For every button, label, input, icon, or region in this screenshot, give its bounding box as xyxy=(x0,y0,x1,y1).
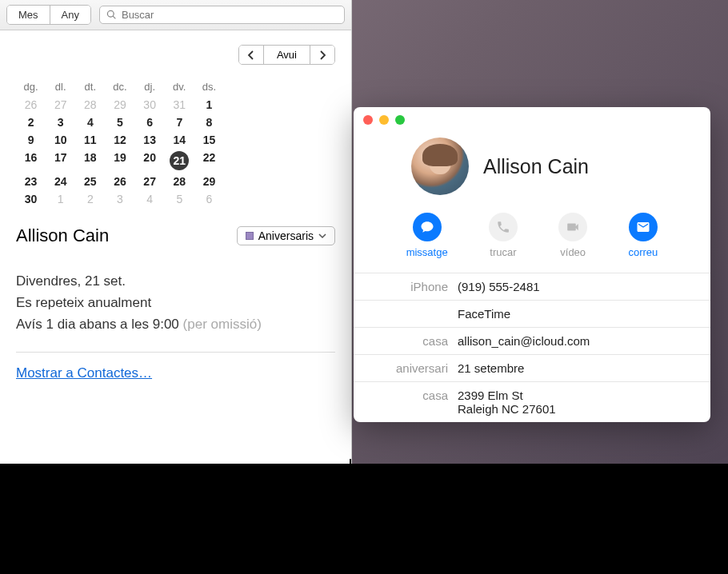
view-month-button[interactable]: Mes xyxy=(7,6,50,24)
field-value[interactable]: 21 setembre xyxy=(458,361,710,375)
chevron-left-icon xyxy=(247,50,255,60)
video-icon xyxy=(566,220,580,234)
message-action[interactable]: missatge xyxy=(406,213,448,258)
today-button[interactable]: Avui xyxy=(263,46,310,64)
calendar-day-cell[interactable]: 16 xyxy=(16,149,46,173)
calendar-day-cell[interactable]: 3 xyxy=(46,114,75,131)
weekday-label: dl. xyxy=(46,78,75,96)
prev-month-button[interactable] xyxy=(239,46,263,64)
calendar-day-cell[interactable]: 29 xyxy=(105,96,134,114)
calendar-day-cell[interactable]: 9 xyxy=(16,131,46,149)
alert-default-note: (per omissió) xyxy=(183,317,262,332)
calendar-day-cell[interactable]: 1 xyxy=(194,96,224,114)
field-value[interactable]: 2399 Elm St Raleigh NC 27601 xyxy=(458,389,710,416)
calendar-day-cell[interactable]: 25 xyxy=(75,173,105,190)
calendar-day-cell[interactable]: 11 xyxy=(75,131,105,149)
calendar-day-cell[interactable]: 17 xyxy=(46,149,75,173)
calendar-day-cell[interactable]: 28 xyxy=(75,96,105,114)
calendar-day-cell[interactable]: 26 xyxy=(16,96,46,114)
event-category-select[interactable]: Aniversaris xyxy=(237,226,335,245)
mail-action[interactable]: correu xyxy=(628,213,658,258)
calendar-day-cell[interactable]: 4 xyxy=(135,190,165,208)
calendar-week-row: 16171819202122 xyxy=(16,149,224,173)
calendar-day-cell[interactable]: 14 xyxy=(165,131,194,149)
calendar-day-cell[interactable]: 19 xyxy=(105,149,134,173)
calendar-day-cell[interactable]: 30 xyxy=(135,96,165,114)
calendar-day-cell[interactable]: 3 xyxy=(105,190,134,208)
calendar-day-cell[interactable]: 5 xyxy=(105,114,134,131)
contact-actions-row: missatge trucar vídeo correu xyxy=(354,209,710,273)
contact-field-row: FaceTime xyxy=(354,301,710,328)
search-input[interactable] xyxy=(122,9,338,21)
close-button[interactable] xyxy=(363,115,373,125)
call-action[interactable]: trucar xyxy=(489,213,518,258)
field-value[interactable]: FaceTime xyxy=(458,307,710,321)
calendar-day-cell[interactable]: 27 xyxy=(135,173,165,190)
calendar-week-row: 23242526272829 xyxy=(16,173,224,190)
month-nav-group: Avui xyxy=(238,45,335,65)
field-value[interactable]: (919) 555-2481 xyxy=(458,280,710,293)
calendar-day-cell[interactable]: 21 xyxy=(165,149,194,173)
calendar-day-cell[interactable]: 10 xyxy=(46,131,75,149)
calendar-day-cell[interactable]: 27 xyxy=(46,96,75,114)
calendar-week-row: 2345678 xyxy=(16,114,224,131)
calendar-day-cell[interactable]: 4 xyxy=(75,114,105,131)
calendar-day-cell[interactable]: 18 xyxy=(75,149,105,173)
category-label: Aniversaris xyxy=(258,229,314,242)
calendar-day-cell[interactable]: 26 xyxy=(105,173,134,190)
field-value[interactable]: allison_cain@icloud.com xyxy=(458,334,710,348)
contact-field-row: aniversari21 setembre xyxy=(354,355,710,382)
weekday-label: dc. xyxy=(105,78,134,96)
weekday-label: dv. xyxy=(165,78,194,96)
calendar-day-cell[interactable]: 6 xyxy=(135,114,165,131)
calendar-day-cell[interactable]: 5 xyxy=(165,190,194,208)
calendar-day-cell[interactable]: 6 xyxy=(194,190,224,208)
calendar-day-cell[interactable]: 15 xyxy=(194,131,224,149)
calendar-toolbar: Mes Any xyxy=(0,0,351,30)
calendar-day-cell[interactable]: 20 xyxy=(135,149,165,173)
calendar-day-cell[interactable]: 29 xyxy=(194,173,224,190)
video-action[interactable]: vídeo xyxy=(558,213,587,258)
event-date-line: Divendres, 21 set. xyxy=(16,270,335,292)
chevron-down-icon xyxy=(318,233,326,239)
event-repeat-line: Es repeteix anualment xyxy=(16,292,335,313)
message-label: missatge xyxy=(406,246,448,258)
calendar-week-row: 2627282930311 xyxy=(16,96,224,114)
view-year-button[interactable]: Any xyxy=(50,6,90,24)
search-field[interactable] xyxy=(99,6,345,24)
calendar-day-cell[interactable]: 23 xyxy=(16,173,46,190)
calendar-day-cell[interactable]: 2 xyxy=(16,114,46,131)
contact-field-row: casa2399 Elm St Raleigh NC 27601 xyxy=(354,382,710,422)
mail-icon xyxy=(636,220,650,234)
calendar-day-cell[interactable]: 31 xyxy=(165,96,194,114)
divider xyxy=(16,352,335,353)
calendar-day-cell[interactable]: 12 xyxy=(105,131,134,149)
calendar-week-row: 9101112131415 xyxy=(16,131,224,149)
category-color-swatch xyxy=(246,232,254,240)
calendar-day-cell[interactable]: 22 xyxy=(194,149,224,173)
show-in-contacts-link[interactable]: Mostrar a Contactes… xyxy=(16,365,152,381)
search-icon xyxy=(106,10,117,20)
calendar-day-cell[interactable]: 24 xyxy=(46,173,75,190)
weekday-label: ds. xyxy=(194,78,224,96)
event-title: Allison Cain xyxy=(16,225,109,246)
maximize-button[interactable] xyxy=(395,115,405,125)
calendar-day-cell[interactable]: 13 xyxy=(135,131,165,149)
minimize-button[interactable] xyxy=(379,115,389,125)
calendar-day-cell[interactable]: 30 xyxy=(16,190,46,208)
calendar-day-cell[interactable]: 1 xyxy=(46,190,75,208)
weekday-label: dg. xyxy=(16,78,46,96)
calendar-day-cell[interactable]: 7 xyxy=(165,114,194,131)
contact-field-row: casaallison_cain@icloud.com xyxy=(354,328,710,355)
calendar-day-cell[interactable]: 2 xyxy=(75,190,105,208)
mail-label: correu xyxy=(628,246,658,258)
field-label: iPhone xyxy=(354,280,458,293)
calendar-day-cell[interactable]: 8 xyxy=(194,114,224,131)
weekday-label: dj. xyxy=(135,78,165,96)
calendar-day-cell[interactable]: 28 xyxy=(165,173,194,190)
weekday-header-row: dg.dl.dt.dc.dj.dv.ds. xyxy=(16,78,224,96)
window-controls xyxy=(354,107,710,133)
field-label: aniversari xyxy=(354,361,458,375)
next-month-button[interactable] xyxy=(310,46,334,64)
mini-calendar: dg.dl.dt.dc.dj.dv.ds. 262728293031123456… xyxy=(16,78,224,208)
